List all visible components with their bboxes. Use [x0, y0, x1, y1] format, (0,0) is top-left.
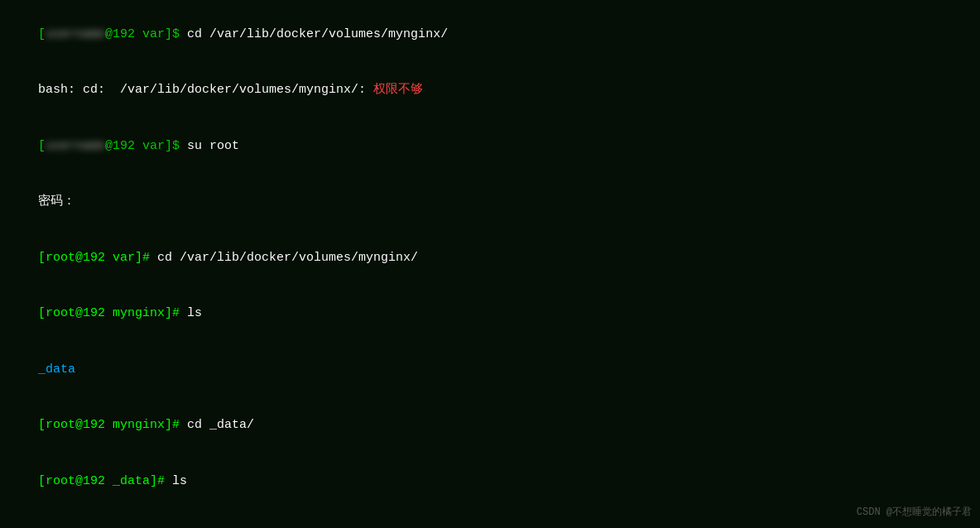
- terminal-window: [username@192 var]$ cd /var/lib/docker/v…: [0, 0, 980, 528]
- terminal-line-8: [root@192 mynginx]# cd _data/: [8, 398, 972, 454]
- watermark: CSDN @不想睡觉的橘子君: [857, 505, 972, 520]
- cmd-9: ls: [172, 474, 187, 488]
- cmd-5: cd /var/lib/docker/volumes/mynginx/: [157, 251, 418, 265]
- terminal-line-4: 密码：: [8, 175, 972, 231]
- terminal-line-9: [root@192 _data]# ls: [8, 454, 972, 510]
- terminal-line-10: conf.d fastcgi_params mime.types modules…: [8, 510, 972, 529]
- ls-output-data: _data: [38, 362, 75, 377]
- cmd-3: su root: [187, 139, 239, 153]
- terminal-line-5: [root@192 var]# cd /var/lib/docker/volum…: [8, 230, 972, 286]
- terminal-line-7: _data: [8, 342, 972, 398]
- cmd-1: cd /var/lib/docker/volumes/mynginx/: [187, 27, 448, 41]
- terminal-line-1: [username@192 var]$ cd /var/lib/docker/v…: [8, 7, 972, 63]
- cmd-6: ls: [187, 306, 202, 320]
- terminal-line-6: [root@192 mynginx]# ls: [8, 286, 972, 343]
- terminal-line-3: [username@192 var]$ su root: [8, 118, 972, 175]
- cmd-8: cd _data/: [187, 418, 254, 432]
- prompt-user-1: [: [38, 27, 46, 41]
- terminal-line-2: bash: cd: /var/lib/docker/volumes/myngin…: [8, 63, 972, 119]
